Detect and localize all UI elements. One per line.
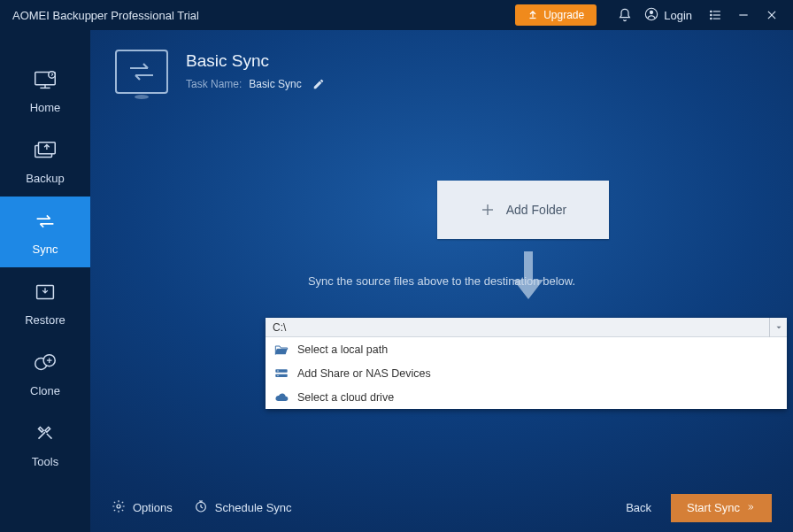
destination-box: C:\ Select a local path Add Share or NAS… (266, 318, 787, 409)
upgrade-label: Upgrade (543, 9, 584, 21)
upload-icon (527, 9, 538, 22)
chevrons-right-icon (745, 501, 756, 514)
nav-label: Tools (32, 455, 58, 468)
page-title: Basic Sync (186, 51, 325, 71)
titlebar: AOMEI Backupper Professional Trial Upgra… (0, 0, 793, 30)
app-title: AOMEI Backupper Professional Trial (12, 9, 199, 22)
start-label: Start Sync (687, 501, 740, 514)
user-icon (644, 7, 658, 24)
task-name-value: Basic Sync (249, 78, 301, 90)
nav-home[interactable]: Home (0, 55, 90, 126)
back-button[interactable]: Back (626, 501, 651, 514)
tools-icon (29, 421, 61, 446)
svg-point-6 (711, 18, 712, 19)
option-label: Select a local path (297, 343, 388, 356)
home-icon (29, 67, 61, 92)
nav-label: Clone (30, 384, 60, 397)
add-folder-button[interactable]: Add Folder (437, 181, 609, 239)
upgrade-button[interactable]: Upgrade (515, 4, 597, 26)
restore-icon (29, 280, 61, 305)
minimize-button[interactable] (731, 3, 756, 27)
nav-restore[interactable]: Restore (0, 267, 90, 338)
footer: Options Schedule Sync Back Start Sync (90, 483, 793, 532)
page-header: Basic Sync Task Name: Basic Sync (115, 50, 325, 94)
nav-backup[interactable]: Backup (0, 126, 90, 197)
login-label: Login (664, 9, 692, 22)
sync-icon (29, 209, 61, 234)
menu-icon[interactable] (703, 3, 728, 27)
start-sync-button[interactable]: Start Sync (671, 494, 772, 522)
hint-text: Sync the source files above to the desti… (90, 274, 793, 288)
nav-label: Home (30, 101, 61, 114)
svg-point-4 (711, 14, 712, 15)
cloud-icon (274, 391, 289, 404)
bell-icon[interactable] (612, 3, 637, 27)
svg-point-1 (650, 10, 653, 13)
svg-point-27 (117, 505, 120, 508)
chevron-down-icon[interactable] (769, 318, 787, 337)
edit-task-name-button[interactable] (312, 78, 325, 90)
svg-point-2 (711, 11, 712, 12)
destination-option-cloud[interactable]: Select a cloud drive (266, 385, 787, 409)
nav-label: Backup (26, 172, 64, 185)
add-folder-label: Add Folder (506, 203, 566, 217)
nav-sync[interactable]: Sync (0, 197, 90, 267)
main-panel: Basic Sync Task Name: Basic Sync Add Fol… (90, 30, 793, 532)
close-button[interactable] (759, 3, 784, 27)
option-label: Select a cloud drive (297, 391, 394, 404)
task-name-label: Task Name: (186, 78, 242, 90)
destination-dropdown[interactable]: C:\ (266, 318, 787, 337)
svg-point-25 (277, 370, 278, 371)
nas-icon (274, 367, 289, 380)
nav-tools[interactable]: Tools (0, 409, 90, 480)
schedule-label: Schedule Sync (215, 501, 292, 514)
destination-option-nas[interactable]: Add Share or NAS Devices (266, 361, 787, 385)
destination-option-local[interactable]: Select a local path (266, 337, 787, 361)
gear-icon (112, 499, 126, 516)
sidebar: Home Backup Sync Restore Clone (0, 30, 90, 532)
nav-label: Restore (25, 313, 65, 327)
backup-icon (29, 138, 61, 163)
plus-icon (480, 202, 496, 218)
login-button[interactable]: Login (644, 7, 692, 24)
schedule-button[interactable]: Schedule Sync (194, 499, 292, 516)
nav-clone[interactable]: Clone (0, 338, 90, 409)
option-label: Add Share or NAS Devices (297, 367, 431, 380)
svg-point-14 (49, 71, 56, 78)
clone-icon (29, 351, 61, 375)
nav-label: Sync (33, 243, 58, 256)
sync-large-icon (115, 50, 168, 94)
clock-icon (194, 499, 208, 516)
destination-selected: C:\ (273, 321, 286, 334)
options-button[interactable]: Options (112, 499, 173, 516)
svg-point-26 (277, 374, 278, 375)
options-label: Options (133, 501, 173, 514)
folder-open-icon (274, 343, 289, 356)
